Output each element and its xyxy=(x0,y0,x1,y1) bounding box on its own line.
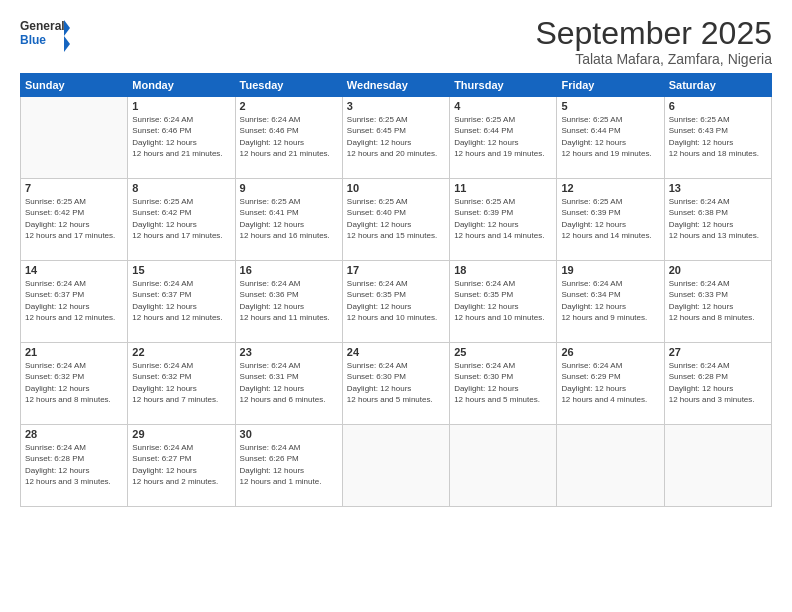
cell-week1-day0 xyxy=(21,97,128,179)
day-info: Sunrise: 6:25 AM Sunset: 6:45 PM Dayligh… xyxy=(347,114,445,159)
cell-week4-day0: 21 Sunrise: 6:24 AM Sunset: 6:32 PM Dayl… xyxy=(21,343,128,425)
day-number: 11 xyxy=(454,182,552,194)
day-info: Sunrise: 6:24 AM Sunset: 6:28 PM Dayligh… xyxy=(669,360,767,405)
day-number: 29 xyxy=(132,428,230,440)
day-info: Sunrise: 6:24 AM Sunset: 6:37 PM Dayligh… xyxy=(25,278,123,323)
day-info: Sunrise: 6:24 AM Sunset: 6:46 PM Dayligh… xyxy=(132,114,230,159)
cell-week3-day4: 18 Sunrise: 6:24 AM Sunset: 6:35 PM Dayl… xyxy=(450,261,557,343)
weekday-header-friday: Friday xyxy=(557,74,664,97)
cell-week1-day5: 5 Sunrise: 6:25 AM Sunset: 6:44 PM Dayli… xyxy=(557,97,664,179)
day-number: 16 xyxy=(240,264,338,276)
day-number: 15 xyxy=(132,264,230,276)
day-number: 22 xyxy=(132,346,230,358)
cell-week2-day2: 9 Sunrise: 6:25 AM Sunset: 6:41 PM Dayli… xyxy=(235,179,342,261)
cell-week4-day2: 23 Sunrise: 6:24 AM Sunset: 6:31 PM Dayl… xyxy=(235,343,342,425)
day-info: Sunrise: 6:24 AM Sunset: 6:46 PM Dayligh… xyxy=(240,114,338,159)
day-info: Sunrise: 6:24 AM Sunset: 6:31 PM Dayligh… xyxy=(240,360,338,405)
cell-week1-day3: 3 Sunrise: 6:25 AM Sunset: 6:45 PM Dayli… xyxy=(342,97,449,179)
cell-week4-day6: 27 Sunrise: 6:24 AM Sunset: 6:28 PM Dayl… xyxy=(664,343,771,425)
cell-week5-day0: 28 Sunrise: 6:24 AM Sunset: 6:28 PM Dayl… xyxy=(21,425,128,507)
day-info: Sunrise: 6:25 AM Sunset: 6:39 PM Dayligh… xyxy=(454,196,552,241)
cell-week5-day3 xyxy=(342,425,449,507)
day-info: Sunrise: 6:25 AM Sunset: 6:40 PM Dayligh… xyxy=(347,196,445,241)
cell-week3-day5: 19 Sunrise: 6:24 AM Sunset: 6:34 PM Dayl… xyxy=(557,261,664,343)
cell-week3-day0: 14 Sunrise: 6:24 AM Sunset: 6:37 PM Dayl… xyxy=(21,261,128,343)
week-row-2: 7 Sunrise: 6:25 AM Sunset: 6:42 PM Dayli… xyxy=(21,179,772,261)
weekday-header-saturday: Saturday xyxy=(664,74,771,97)
day-number: 5 xyxy=(561,100,659,112)
day-info: Sunrise: 6:24 AM Sunset: 6:30 PM Dayligh… xyxy=(347,360,445,405)
day-number: 27 xyxy=(669,346,767,358)
cell-week1-day2: 2 Sunrise: 6:24 AM Sunset: 6:46 PM Dayli… xyxy=(235,97,342,179)
weekday-header-wednesday: Wednesday xyxy=(342,74,449,97)
weekday-header-tuesday: Tuesday xyxy=(235,74,342,97)
day-info: Sunrise: 6:24 AM Sunset: 6:38 PM Dayligh… xyxy=(669,196,767,241)
day-info: Sunrise: 6:24 AM Sunset: 6:26 PM Dayligh… xyxy=(240,442,338,487)
cell-week4-day5: 26 Sunrise: 6:24 AM Sunset: 6:29 PM Dayl… xyxy=(557,343,664,425)
day-number: 30 xyxy=(240,428,338,440)
header-area: General Blue September 2025 Talata Mafar… xyxy=(20,16,772,67)
day-info: Sunrise: 6:24 AM Sunset: 6:32 PM Dayligh… xyxy=(132,360,230,405)
week-row-5: 28 Sunrise: 6:24 AM Sunset: 6:28 PM Dayl… xyxy=(21,425,772,507)
cell-week1-day1: 1 Sunrise: 6:24 AM Sunset: 6:46 PM Dayli… xyxy=(128,97,235,179)
day-number: 12 xyxy=(561,182,659,194)
cell-week5-day5 xyxy=(557,425,664,507)
logo: General Blue xyxy=(20,16,70,52)
location-title: Talata Mafara, Zamfara, Nigeria xyxy=(535,51,772,67)
day-info: Sunrise: 6:24 AM Sunset: 6:34 PM Dayligh… xyxy=(561,278,659,323)
weekday-header-thursday: Thursday xyxy=(450,74,557,97)
cell-week1-day6: 6 Sunrise: 6:25 AM Sunset: 6:43 PM Dayli… xyxy=(664,97,771,179)
svg-text:Blue: Blue xyxy=(20,33,46,47)
day-number: 13 xyxy=(669,182,767,194)
cell-week5-day2: 30 Sunrise: 6:24 AM Sunset: 6:26 PM Dayl… xyxy=(235,425,342,507)
week-row-4: 21 Sunrise: 6:24 AM Sunset: 6:32 PM Dayl… xyxy=(21,343,772,425)
weekday-header-sunday: Sunday xyxy=(21,74,128,97)
month-title: September 2025 xyxy=(535,16,772,51)
cell-week5-day1: 29 Sunrise: 6:24 AM Sunset: 6:27 PM Dayl… xyxy=(128,425,235,507)
day-number: 23 xyxy=(240,346,338,358)
cell-week3-day2: 16 Sunrise: 6:24 AM Sunset: 6:36 PM Dayl… xyxy=(235,261,342,343)
day-number: 7 xyxy=(25,182,123,194)
day-info: Sunrise: 6:25 AM Sunset: 6:39 PM Dayligh… xyxy=(561,196,659,241)
day-info: Sunrise: 6:24 AM Sunset: 6:32 PM Dayligh… xyxy=(25,360,123,405)
day-number: 14 xyxy=(25,264,123,276)
cell-week4-day3: 24 Sunrise: 6:24 AM Sunset: 6:30 PM Dayl… xyxy=(342,343,449,425)
cell-week5-day4 xyxy=(450,425,557,507)
calendar-body: 1 Sunrise: 6:24 AM Sunset: 6:46 PM Dayli… xyxy=(21,97,772,507)
day-info: Sunrise: 6:24 AM Sunset: 6:36 PM Dayligh… xyxy=(240,278,338,323)
day-info: Sunrise: 6:25 AM Sunset: 6:44 PM Dayligh… xyxy=(454,114,552,159)
day-number: 3 xyxy=(347,100,445,112)
logo-svg: General Blue xyxy=(20,16,70,52)
cell-week5-day6 xyxy=(664,425,771,507)
day-info: Sunrise: 6:25 AM Sunset: 6:42 PM Dayligh… xyxy=(132,196,230,241)
day-info: Sunrise: 6:24 AM Sunset: 6:35 PM Dayligh… xyxy=(454,278,552,323)
day-info: Sunrise: 6:24 AM Sunset: 6:28 PM Dayligh… xyxy=(25,442,123,487)
cell-week2-day1: 8 Sunrise: 6:25 AM Sunset: 6:42 PM Dayli… xyxy=(128,179,235,261)
day-info: Sunrise: 6:24 AM Sunset: 6:30 PM Dayligh… xyxy=(454,360,552,405)
day-info: Sunrise: 6:25 AM Sunset: 6:42 PM Dayligh… xyxy=(25,196,123,241)
day-number: 6 xyxy=(669,100,767,112)
day-info: Sunrise: 6:24 AM Sunset: 6:35 PM Dayligh… xyxy=(347,278,445,323)
day-number: 28 xyxy=(25,428,123,440)
day-number: 1 xyxy=(132,100,230,112)
day-number: 9 xyxy=(240,182,338,194)
week-row-1: 1 Sunrise: 6:24 AM Sunset: 6:46 PM Dayli… xyxy=(21,97,772,179)
cell-week3-day3: 17 Sunrise: 6:24 AM Sunset: 6:35 PM Dayl… xyxy=(342,261,449,343)
cell-week2-day3: 10 Sunrise: 6:25 AM Sunset: 6:40 PM Dayl… xyxy=(342,179,449,261)
week-row-3: 14 Sunrise: 6:24 AM Sunset: 6:37 PM Dayl… xyxy=(21,261,772,343)
title-area: September 2025 Talata Mafara, Zamfara, N… xyxy=(535,16,772,67)
page: General Blue September 2025 Talata Mafar… xyxy=(0,0,792,612)
day-number: 8 xyxy=(132,182,230,194)
cell-week2-day5: 12 Sunrise: 6:25 AM Sunset: 6:39 PM Dayl… xyxy=(557,179,664,261)
cell-week2-day6: 13 Sunrise: 6:24 AM Sunset: 6:38 PM Dayl… xyxy=(664,179,771,261)
day-info: Sunrise: 6:24 AM Sunset: 6:27 PM Dayligh… xyxy=(132,442,230,487)
day-info: Sunrise: 6:25 AM Sunset: 6:44 PM Dayligh… xyxy=(561,114,659,159)
cell-week4-day4: 25 Sunrise: 6:24 AM Sunset: 6:30 PM Dayl… xyxy=(450,343,557,425)
cell-week2-day4: 11 Sunrise: 6:25 AM Sunset: 6:39 PM Dayl… xyxy=(450,179,557,261)
day-info: Sunrise: 6:24 AM Sunset: 6:29 PM Dayligh… xyxy=(561,360,659,405)
day-info: Sunrise: 6:25 AM Sunset: 6:41 PM Dayligh… xyxy=(240,196,338,241)
cell-week3-day1: 15 Sunrise: 6:24 AM Sunset: 6:37 PM Dayl… xyxy=(128,261,235,343)
day-info: Sunrise: 6:25 AM Sunset: 6:43 PM Dayligh… xyxy=(669,114,767,159)
weekday-header-monday: Monday xyxy=(128,74,235,97)
day-number: 17 xyxy=(347,264,445,276)
